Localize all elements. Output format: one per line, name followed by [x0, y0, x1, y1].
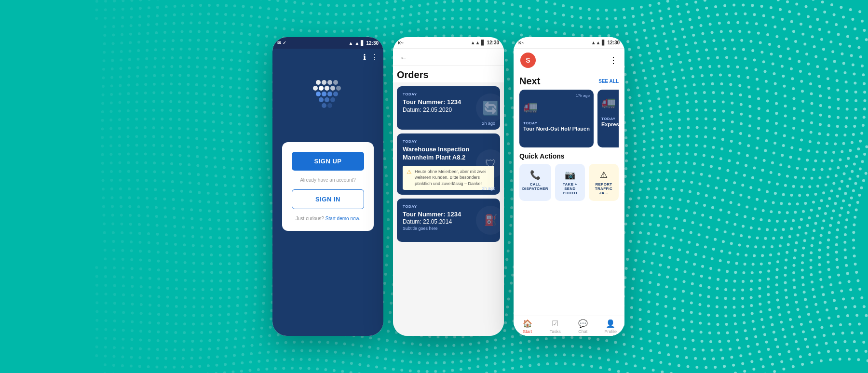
nav-profile-label: Profile — [604, 329, 617, 334]
next-cards-row: 17h ago 🚛 TODAY Tour Nord-Ost Hof/ Plaue… — [519, 90, 619, 147]
call-label: CALL DISPATCHER — [522, 182, 548, 191]
nav-chat-label: Chat — [578, 329, 587, 334]
svg-point-7 — [330, 86, 335, 91]
time-2: 12:30 — [487, 40, 499, 45]
next-card-1[interactable]: 17h ago 🚛 TODAY Tour Nord-Ost Hof/ Plaue… — [519, 90, 594, 147]
status-left-1: ✉ ✓ — [277, 40, 286, 45]
report-traffic-button[interactable]: ⚠ REPORT TRAFFIC JA... — [589, 164, 619, 201]
svg-point-12 — [333, 92, 338, 96]
next-card-label-2: TODAY — [601, 117, 619, 121]
next-section-header: Next SEE ALL — [519, 76, 619, 87]
truck-icon-2: 🚛 — [601, 95, 619, 109]
order-card-3[interactable]: TODAY Tour Nummer: 1234 Datum: 22.05.201… — [397, 199, 500, 242]
signal-icon-2: ▲▲ — [471, 40, 480, 45]
phone-dashboard: K~ ▲▲ ▋ 12:30 S ⋮ Next SEE ALL — [514, 37, 624, 336]
chat-icon: 💬 — [578, 319, 588, 328]
order-card-2[interactable]: TODAY Warehouse Inspection Mannheim Plan… — [397, 133, 500, 195]
phone3-body: S ⋮ Next SEE ALL 17h ago 🚛 TODAY Tour No… — [514, 49, 624, 336]
tasks-icon: ☑ — [552, 319, 558, 328]
svg-point-11 — [327, 92, 332, 96]
camera-icon: 📷 — [565, 170, 575, 180]
call-dispatcher-button[interactable]: 📞 CALL DISPATCHER — [519, 164, 551, 201]
order-label-2: TODAY — [403, 139, 494, 144]
svg-point-14 — [325, 97, 329, 102]
user-avatar: S — [520, 53, 536, 68]
next-card-title-1: Tour Nord-Ost Hof/ Plauen — [523, 125, 590, 132]
home-icon: 🏠 — [523, 319, 532, 328]
dash-menu-icon[interactable]: ⋮ — [609, 55, 618, 66]
warning-traffic-icon: ⚠ — [600, 170, 608, 180]
dashboard-header: S ⋮ — [514, 49, 624, 72]
call-icon: 📞 — [530, 170, 541, 180]
svg-point-15 — [330, 97, 335, 102]
logo-svg — [309, 73, 347, 111]
order-label-1: TODAY — [403, 92, 494, 96]
status-bar-phone3: K~ ▲▲ ▋ 12:30 — [514, 37, 624, 49]
svg-point-17 — [327, 103, 332, 108]
status-bar-phone2: K~ ▲▲ ▋ 12:30 — [393, 37, 504, 49]
signal-icon-3: ▲▲ — [591, 40, 601, 45]
nav-tasks-label: Tasks — [550, 329, 561, 334]
svg-point-13 — [319, 97, 324, 102]
truck-icon-1: 🚛 — [523, 100, 590, 113]
next-card-title-2: Express Tour 4 — [601, 121, 619, 128]
battery-icon-3: ▋ — [602, 40, 606, 45]
battery-icon: ▋ — [361, 40, 365, 46]
warning-icon: ⚠ — [407, 169, 412, 175]
app-logo — [309, 73, 347, 113]
next-card-time-1: 17h ago — [523, 93, 590, 98]
demo-text: Just curious? Start demo now. — [292, 216, 364, 221]
svg-point-5 — [319, 86, 324, 91]
nav-chat[interactable]: 💬 Chat — [569, 319, 597, 334]
svg-point-0 — [316, 80, 321, 85]
signin-button[interactable]: SIGN IN — [292, 189, 364, 209]
login-card: SIGN UP Already have an account? SIGN IN… — [282, 142, 374, 231]
nav-start[interactable]: 🏠 Start — [514, 319, 542, 334]
svg-point-8 — [336, 86, 341, 91]
nav-profile[interactable]: 👤 Profile — [597, 319, 625, 334]
dashboard-content: Next SEE ALL 17h ago 🚛 TODAY Tour Nord-O… — [514, 72, 624, 316]
account-divider: Already have an account? — [292, 177, 364, 183]
phones-container: ✉ ✓ ▲ ▲ ▋ 12:30 ℹ ⋮ — [0, 0, 868, 373]
svg-point-2 — [327, 80, 332, 85]
svg-point-6 — [325, 86, 329, 91]
svg-point-9 — [316, 92, 321, 96]
photo-label: TAKE + SEND PHOTO — [558, 182, 582, 195]
status-bar-phone1: ✉ ✓ ▲ ▲ ▋ 12:30 — [272, 37, 383, 49]
orders-header: ← — [393, 49, 504, 66]
order-card-1[interactable]: TODAY Tour Nummer: 1234 Datum: 22.05.202… — [397, 86, 500, 130]
next-card-label-1: TODAY — [523, 121, 590, 125]
status-left-3: K~ — [518, 40, 524, 45]
status-icons-2: ▲▲ ▋ 12:30 — [471, 40, 499, 45]
nav-tasks[interactable]: ☑ Tasks — [542, 319, 570, 334]
svg-point-10 — [322, 92, 326, 96]
traffic-label: REPORT TRAFFIC JA... — [592, 182, 616, 195]
nav-start-label: Start — [523, 329, 532, 334]
demo-link[interactable]: Start demo now. — [326, 216, 360, 221]
order-label-3: TODAY — [403, 204, 494, 209]
back-button[interactable]: ← — [400, 53, 407, 62]
svg-point-3 — [333, 80, 338, 85]
battery-icon-2: ▋ — [481, 40, 485, 45]
actions-row: 📞 CALL DISPATCHER 📷 TAKE + SEND PHOTO ⚠ … — [519, 164, 619, 201]
bottom-nav: 🏠 Start ☑ Tasks 💬 Chat 👤 Profile — [514, 316, 624, 336]
see-all-button[interactable]: SEE ALL — [598, 79, 619, 84]
time-1: 12:30 — [366, 40, 379, 46]
status-icons-1: ▲ ▲ ▋ 12:30 — [349, 40, 379, 46]
phone-orders: K~ ▲▲ ▋ 12:30 ← Orders TODAY Tour Nummer… — [393, 37, 504, 336]
status-left-2: K~ — [398, 40, 404, 45]
next-card-2[interactable]: 🚛 TODAY Express Tour 4 — [597, 90, 619, 147]
time-3: 12:30 — [607, 40, 620, 45]
svg-point-1 — [322, 80, 326, 85]
svg-point-16 — [322, 103, 326, 108]
order-time-2: 2h ago — [482, 186, 495, 191]
orders-title: Orders — [397, 69, 429, 80]
wifi-icon: ▲ — [355, 40, 360, 46]
phone1-body: ℹ ⋮ — [272, 49, 383, 336]
signal-icon: ▲ — [349, 40, 353, 46]
take-photo-button[interactable]: 📷 TAKE + SEND PHOTO — [555, 164, 585, 201]
menu-icon[interactable]: ⋮ — [371, 53, 379, 62]
svg-point-4 — [313, 86, 318, 91]
info-icon[interactable]: ℹ — [363, 53, 366, 62]
signup-button[interactable]: SIGN UP — [292, 152, 364, 171]
